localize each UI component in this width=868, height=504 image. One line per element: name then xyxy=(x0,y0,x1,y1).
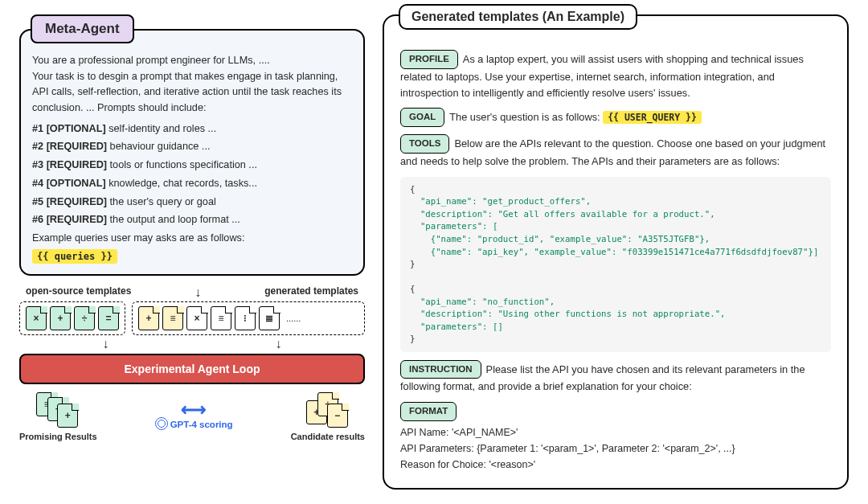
instruction-section: INSTRUCTIONPlease list the API you have … xyxy=(400,360,831,395)
ellipsis: ...... xyxy=(283,313,301,323)
meta-prompt-line: #1 [OPTIONAL] self-identity and roles ..… xyxy=(32,121,352,137)
meta-prompt-line: #4 [OPTIONAL] knowledge, chat records, t… xyxy=(32,176,352,192)
generated-templates-box: +≡×≡⁝≣...... xyxy=(132,301,365,335)
open-templates-box: ×+÷= xyxy=(19,301,125,335)
doc-icon: − xyxy=(327,404,348,428)
meta-agent-title: Meta-Agent xyxy=(31,14,134,43)
candidate-stack: + ÷ − xyxy=(306,392,350,429)
queries-token: {{ queries }} xyxy=(32,249,117,264)
arrow-down-icon: ↓ xyxy=(276,338,282,350)
profile-text: As a laptop expert, you will assist user… xyxy=(400,53,804,99)
template-doc-icon: × xyxy=(26,306,47,330)
goal-text: The user's question is as follows: xyxy=(449,111,603,123)
meta-agent-box: You are a professional prompt engineer f… xyxy=(19,29,365,276)
example-queries-label: Example queries user may asks are as fol… xyxy=(32,231,352,247)
meta-prompt-line: #3 [REQUIRED] tools or functions specifi… xyxy=(32,158,352,174)
experimental-agent-loop: Experimental Agent Loop xyxy=(19,354,365,384)
template-doc-icon: ≡ xyxy=(162,306,183,330)
open-source-label: open-source templates xyxy=(26,285,131,300)
template-doc-icon: = xyxy=(98,306,119,330)
left-column: Meta-Agent You are a professional prompt… xyxy=(19,14,365,490)
tools-section: TOOLSBelow are the APIs relevant to the … xyxy=(400,134,831,170)
template-doc-icon: ÷ xyxy=(74,306,95,330)
doc-icon: + xyxy=(57,404,78,428)
templates-row: ×+÷= +≡×≡⁝≣...... xyxy=(19,301,365,335)
instruction-tag: INSTRUCTION xyxy=(400,360,481,379)
user-query-token: {{ USER_QUERY }} xyxy=(603,111,702,124)
goal-section: GOALThe user's question is as follows: {… xyxy=(400,108,831,127)
tools-text: Below are the APIs relevant to the quest… xyxy=(400,137,825,167)
format-lines: API Name: '<API_NAME>'API Parameters: {P… xyxy=(400,424,831,473)
profile-section: PROFILEAs a laptop expert, you will assi… xyxy=(400,50,831,100)
arrow-down-icon: ↓ xyxy=(103,338,109,350)
format-line: API Parameters: {Parameter 1: '<param_1>… xyxy=(400,440,831,457)
meta-prompt-line: #5 [REQUIRED] the user's query or goal xyxy=(32,195,352,211)
results-row: ≡ + + Promising Results ⟷ GPT-4 scoring … xyxy=(19,392,365,441)
double-arrow-icon: ⟷ xyxy=(181,404,207,416)
format-tag: FORMAT xyxy=(400,402,457,421)
template-doc-icon: ≡ xyxy=(211,306,231,330)
right-column: Generated templates (An Example) PROFILE… xyxy=(383,14,849,490)
arrow-down-icon: ↓ xyxy=(194,286,201,299)
meta-prompt-line: #2 [REQUIRED] behaviour guidance ... xyxy=(32,139,352,155)
template-doc-icon: × xyxy=(186,306,207,330)
tools-tag: TOOLS xyxy=(400,134,449,154)
goal-tag: GOAL xyxy=(400,108,444,127)
generated-label: generated templates xyxy=(264,285,358,300)
template-doc-icon: ⁝ xyxy=(235,306,256,330)
promising-stack: ≡ + + xyxy=(36,392,80,429)
profile-tag: PROFILE xyxy=(400,50,458,69)
arrows-down-pair: ↓ ↓ xyxy=(19,338,365,350)
promising-results: ≡ + + Promising Results xyxy=(19,392,97,441)
template-doc-icon: + xyxy=(50,306,71,330)
api-code-block: { "api_name": "get_product_offers", "des… xyxy=(400,177,831,352)
meta-prompt-line: #6 [REQUIRED] the output and loop format… xyxy=(32,212,352,228)
template-doc-icon: ≣ xyxy=(259,306,280,330)
flow-labels: open-source templates ↓ generated templa… xyxy=(19,285,365,300)
format-line: API Name: '<API_NAME>' xyxy=(400,424,831,440)
openai-icon xyxy=(155,417,168,430)
meta-intro: You are a professional prompt engineer f… xyxy=(32,53,352,117)
generated-templates-title: Generated templates (An Example) xyxy=(399,4,637,30)
format-section: FORMAT API Name: '<API_NAME>'API Paramet… xyxy=(400,402,831,473)
template-doc-icon: + xyxy=(138,306,159,330)
gpt4-scoring: ⟷ GPT-4 scoring xyxy=(155,404,233,430)
format-line: Reason for Choice: '<reason>' xyxy=(400,457,831,473)
candidate-results: + ÷ − Candidate results xyxy=(291,392,365,441)
